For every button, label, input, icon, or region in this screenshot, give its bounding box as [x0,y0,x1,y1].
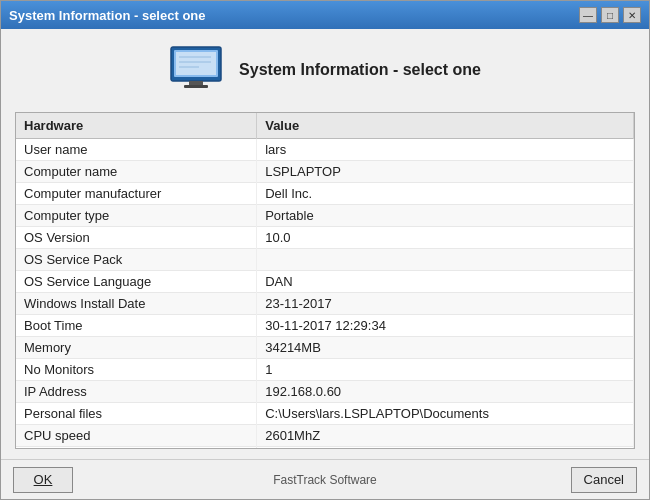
table-cell-hardware: OS Service Pack [16,249,257,271]
info-table: Hardware Value User namelarsComputer nam… [16,113,634,449]
table-cell-value: 10.0 [257,227,634,249]
header-title: System Information - select one [239,61,481,79]
table-row: No Monitors1 [16,359,634,381]
col-hardware: Hardware [16,113,257,139]
content-area: System Information - select one Hardware… [1,29,649,459]
title-bar-text: System Information - select one [9,8,206,23]
table-cell-value [257,249,634,271]
table-row: User namelars [16,139,634,161]
table-cell-hardware: CPU speed [16,425,257,447]
info-table-container[interactable]: Hardware Value User namelarsComputer nam… [15,112,635,449]
svg-rect-2 [176,52,216,75]
table-cell-value: 34214MB [257,337,634,359]
table-cell-hardware: Personal files [16,403,257,425]
table-cell-value: lars [257,139,634,161]
svg-rect-4 [184,85,208,88]
footer: OK FastTrack Software Cancel [1,459,649,499]
table-cell-value: Portable [257,205,634,227]
maximize-button[interactable]: □ [601,7,619,23]
table-row: CPU speed2601MhZ [16,425,634,447]
table-row: Computer nameLSPLAPTOP [16,161,634,183]
table-cell-hardware: IP Address [16,381,257,403]
table-cell-value: DAN [257,271,634,293]
table-row: OS Service LanguageDAN [16,271,634,293]
col-value: Value [257,113,634,139]
ok-button[interactable]: OK [13,467,73,493]
footer-right: Cancel [557,467,637,493]
table-cell-value: 23-11-2017 [257,293,634,315]
table-header-row: Hardware Value [16,113,634,139]
table-cell-hardware: Computer name [16,161,257,183]
table-cell-hardware: Boot Time [16,315,257,337]
table-row: OS Version10.0 [16,227,634,249]
minimize-button[interactable]: — [579,7,597,23]
table-cell-value: C:\Users\lars.LSPLAPTOP\Documents [257,403,634,425]
table-cell-hardware: Computer manufacturer [16,183,257,205]
header-section: System Information - select one [15,39,635,104]
close-button[interactable]: ✕ [623,7,641,23]
table-cell-hardware: OS Service Language [16,271,257,293]
table-cell-hardware: User name [16,139,257,161]
table-cell-hardware: CPU Cores [16,447,257,450]
table-cell-hardware: No Monitors [16,359,257,381]
table-cell-value: 8 [257,447,634,450]
table-row: Computer manufacturerDell Inc. [16,183,634,205]
table-cell-value: LSPLAPTOP [257,161,634,183]
table-row: Computer typePortable [16,205,634,227]
computer-icon [169,45,223,94]
footer-left: OK [13,467,93,493]
table-cell-value: 192.168.0.60 [257,381,634,403]
table-cell-value: Dell Inc. [257,183,634,205]
table-cell-value: 2601MhZ [257,425,634,447]
table-cell-hardware: Memory [16,337,257,359]
title-bar-controls: — □ ✕ [579,7,641,23]
footer-brand: FastTrack Software [93,473,557,487]
table-row: OS Service Pack [16,249,634,271]
svg-rect-3 [189,81,203,85]
table-cell-value: 30-11-2017 12:29:34 [257,315,634,337]
table-cell-hardware: Computer type [16,205,257,227]
table-cell-hardware: OS Version [16,227,257,249]
table-row: Memory34214MB [16,337,634,359]
table-row: Windows Install Date23-11-2017 [16,293,634,315]
table-row: Boot Time30-11-2017 12:29:34 [16,315,634,337]
title-bar: System Information - select one — □ ✕ [1,1,649,29]
table-cell-hardware: Windows Install Date [16,293,257,315]
cancel-button[interactable]: Cancel [571,467,637,493]
table-cell-value: 1 [257,359,634,381]
main-window: System Information - select one — □ ✕ [0,0,650,500]
table-row: IP Address192.168.0.60 [16,381,634,403]
table-row: CPU Cores8 [16,447,634,450]
table-row: Personal filesC:\Users\lars.LSPLAPTOP\Do… [16,403,634,425]
